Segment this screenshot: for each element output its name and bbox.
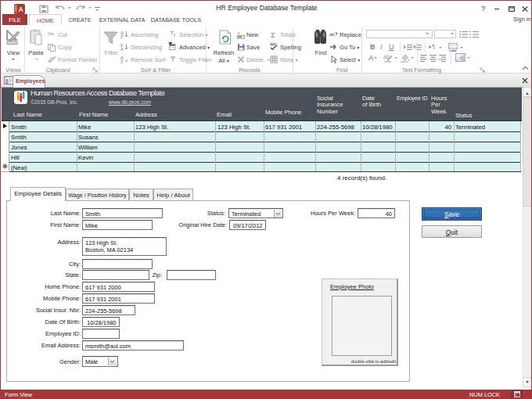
svg-text:f: f: [174, 33, 176, 38]
svg-text:A: A: [120, 47, 124, 51]
svg-text:ab: ab: [329, 32, 335, 37]
svg-text:A: A: [19, 6, 23, 13]
